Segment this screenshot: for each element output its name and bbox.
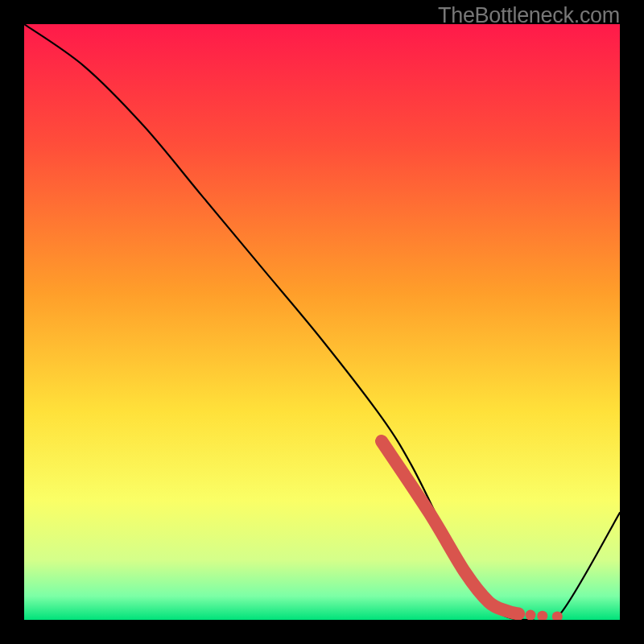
- curve-overlay: [24, 24, 620, 620]
- highlight-dot: [537, 611, 547, 620]
- highlight-dots: [526, 610, 563, 620]
- chart-frame: TheBottleneck.com: [0, 0, 644, 644]
- highlight-segment: [382, 441, 518, 614]
- bottleneck-curve: [24, 24, 620, 620]
- plot-area: [24, 24, 620, 620]
- highlight-dot: [526, 610, 536, 620]
